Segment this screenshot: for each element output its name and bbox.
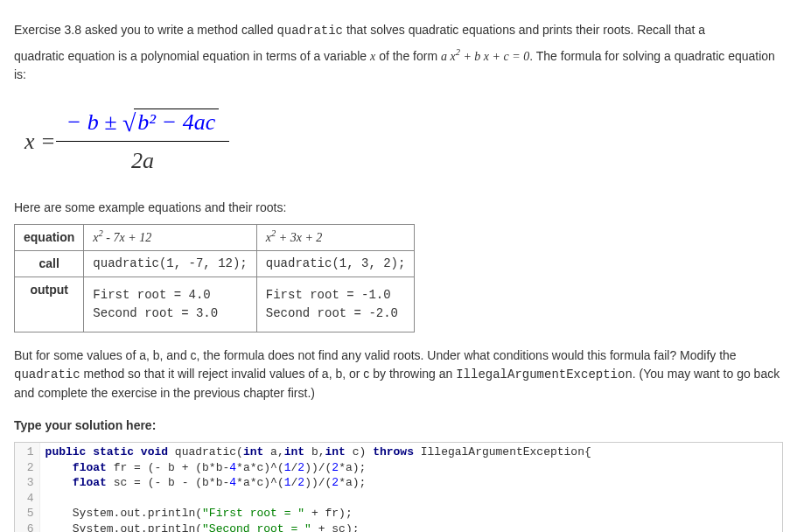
number: 2 — [297, 461, 304, 474]
call-cell: quadratic(1, -7, 12); — [84, 251, 256, 277]
sqrt-contents: b² − 4ac — [134, 108, 219, 135]
text: *a*c)^( — [236, 476, 284, 489]
examples-table: equation x2 - 7x + 12 x2 + 3x + 2 call q… — [14, 224, 415, 332]
text: a, — [263, 445, 283, 458]
intro-paragraph-1: Exercise 3.8 asked you to write a method… — [14, 21, 783, 40]
type: int — [243, 445, 263, 458]
text: Exercise 3.8 asked you to write a method… — [14, 23, 276, 37]
text: + sc); — [311, 522, 360, 532]
code-editor[interactable]: 1 2 3 4 5 6 7 8 9 10 public static void … — [14, 442, 783, 532]
text: that solves quadratic equations and prin… — [343, 23, 705, 37]
text: + b x + c = 0 — [460, 50, 529, 63]
text: − b ± — [66, 109, 122, 135]
number: 1 — [284, 461, 291, 474]
type: float — [73, 461, 107, 474]
formula-numerator: − b ± √b² − 4ac — [61, 105, 225, 141]
equation-cell: x2 - 7x + 12 — [84, 225, 256, 251]
text: c) — [346, 445, 373, 458]
text: quadratic equation is a polynomial equat… — [14, 49, 370, 63]
number: 2 — [332, 461, 339, 474]
intro-paragraph-2: quadratic equation is a polynomial equat… — [14, 47, 783, 84]
text: quadratic( — [168, 445, 243, 458]
code-inline: quadratic — [276, 24, 343, 38]
formula-lhs: x = — [24, 124, 56, 158]
type: float — [73, 476, 107, 489]
type: int — [325, 445, 346, 458]
quadratic-formula: x = − b ± √b² − 4ac 2a — [24, 105, 773, 178]
text: ))/( — [304, 461, 332, 474]
text: But for some values of a, b, and c, the … — [14, 348, 737, 362]
text: a x — [441, 50, 456, 63]
string: "First root = " — [202, 507, 304, 520]
number: 4 — [229, 476, 236, 489]
text: + 3x + 2 — [276, 231, 322, 244]
math-inline: a x2 + b x + c = 0 — [441, 50, 529, 63]
number: 1 — [284, 476, 291, 489]
text: ))/( — [304, 476, 332, 489]
code-inline: IllegalArgumentException — [456, 368, 633, 382]
examples-intro: Here are some example equations and thei… — [14, 199, 783, 217]
keyword: public static void — [45, 445, 168, 458]
text: *a); — [339, 461, 366, 474]
table-row: output First root = 4.0 Second root = 3.… — [15, 277, 415, 332]
text: method so that it will reject invalid va… — [80, 367, 457, 381]
number: 4 — [229, 461, 236, 474]
table-row: equation x2 - 7x + 12 x2 + 3x + 2 — [15, 225, 415, 251]
code-content[interactable]: public static void quadratic(int a,int b… — [40, 443, 782, 532]
call-cell: quadratic(1, 3, 2); — [256, 251, 415, 277]
header-call: call — [15, 251, 84, 277]
output-cell: First root = -1.0 Second root = -2.0 — [256, 277, 415, 332]
followup-paragraph: But for some values of a, b, and c, the … — [14, 346, 783, 402]
number: 2 — [297, 476, 304, 489]
text: b, — [304, 445, 325, 458]
text: *a); — [339, 476, 366, 489]
header-equation: equation — [15, 225, 84, 251]
text: fr = (- b + (b*b- — [107, 461, 229, 474]
text — [45, 461, 73, 474]
text: IllegalArgumentException{ — [414, 445, 591, 458]
text: + fr); — [304, 507, 353, 520]
text — [45, 476, 73, 489]
string: "Second root = " — [202, 522, 311, 532]
text: - 7x + 12 — [103, 231, 151, 244]
number: 2 — [332, 476, 339, 489]
text: System.out.println( — [45, 522, 202, 532]
table-row: call quadratic(1, -7, 12); quadratic(1, … — [15, 251, 415, 277]
text: of the form — [375, 49, 441, 63]
equation-cell: x2 + 3x + 2 — [256, 225, 415, 251]
header-output: output — [15, 277, 84, 332]
formula-denominator: 2a — [56, 141, 230, 178]
solution-label: Type your solution here: — [14, 416, 783, 435]
text: sc = (- b - (b*b- — [107, 476, 229, 489]
formula-fraction: − b ± √b² − 4ac 2a — [61, 105, 225, 178]
line-number-gutter: 1 2 3 4 5 6 7 8 9 10 — [15, 443, 40, 532]
output-cell: First root = 4.0 Second root = 3.0 — [84, 277, 256, 332]
code-inline: quadratic — [14, 368, 80, 382]
text: System.out.println( — [45, 507, 202, 520]
keyword: throws — [373, 445, 414, 458]
type: int — [284, 445, 304, 458]
text: *a*c)^( — [236, 461, 284, 474]
